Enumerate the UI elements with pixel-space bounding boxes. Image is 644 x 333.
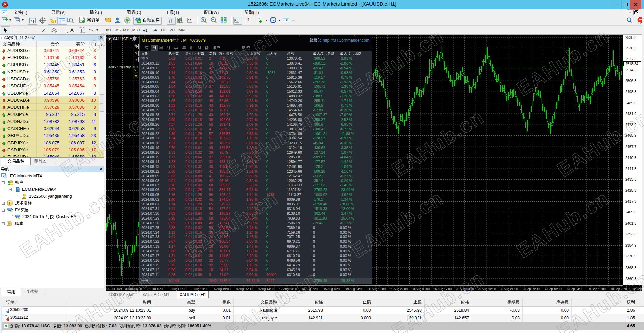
svg-text:F: F [67, 31, 68, 34]
svg-text:T: T [80, 28, 83, 33]
svg-text:E: E [55, 31, 57, 34]
